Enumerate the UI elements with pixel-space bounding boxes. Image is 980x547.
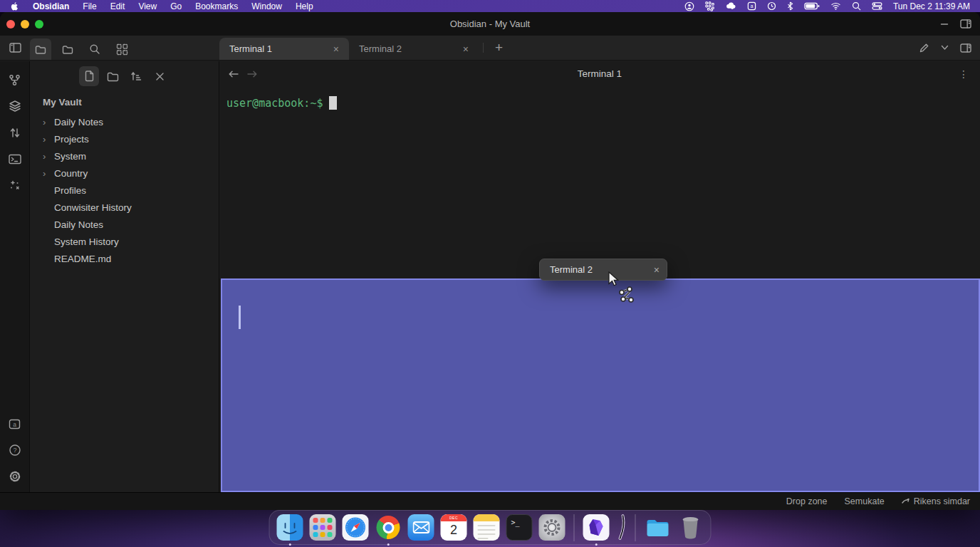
control-center-icon[interactable] bbox=[872, 2, 882, 10]
chevron-right-icon: › bbox=[43, 134, 54, 145]
explorer-folder-projects[interactable]: › Projects bbox=[30, 130, 219, 147]
more-options-icon[interactable]: ⋮ bbox=[956, 68, 971, 80]
search-tab-icon[interactable] bbox=[84, 38, 105, 60]
graph-view-icon[interactable] bbox=[6, 71, 24, 88]
title-bar[interactable]: Obsidian - My Vault bbox=[0, 12, 980, 36]
dock: DEC 2 >_ bbox=[269, 510, 711, 545]
dock-terminal-icon[interactable]: >_ bbox=[506, 514, 533, 541]
dock-finder-icon[interactable] bbox=[277, 514, 303, 541]
tab-terminal-1[interactable]: Terminal 1 × bbox=[219, 38, 349, 60]
terminal-plugin-icon[interactable] bbox=[6, 150, 24, 167]
collapse-all-icon[interactable] bbox=[150, 66, 170, 86]
files-tab-icon[interactable] bbox=[30, 38, 51, 60]
layers-icon[interactable] bbox=[6, 98, 24, 115]
explorer-file-system-history[interactable]: System History bbox=[30, 233, 219, 250]
wifi-icon[interactable] bbox=[830, 2, 841, 10]
input-source-icon[interactable]: a bbox=[747, 1, 756, 11]
terminal-cursor bbox=[329, 96, 337, 110]
running-indicator bbox=[387, 543, 390, 546]
commands-tab-icon[interactable] bbox=[111, 38, 132, 60]
mouse-cursor-icon bbox=[608, 271, 622, 287]
terminal-prompt: user@macbook:~$ bbox=[226, 97, 323, 110]
svg-text:a: a bbox=[751, 4, 754, 9]
status-label: Semukate bbox=[845, 496, 885, 506]
back-icon[interactable] bbox=[228, 69, 239, 79]
menu-help[interactable]: Help bbox=[296, 1, 313, 11]
dock-calendar-icon[interactable]: DEC 2 bbox=[441, 514, 467, 541]
explorer-file-conwisiter-history[interactable]: Conwisiter History bbox=[30, 199, 219, 216]
terminal-output[interactable]: user@macbook:~$ bbox=[219, 86, 980, 110]
spotlight-search-icon[interactable] bbox=[852, 1, 861, 11]
file-label: Daily Notes bbox=[54, 219, 103, 230]
explorer-file-daily-notes[interactable]: Daily Notes bbox=[30, 216, 219, 233]
left-ribbon: a ? bbox=[0, 61, 30, 492]
menu-file[interactable]: File bbox=[83, 1, 96, 11]
new-tab-button[interactable]: + bbox=[488, 36, 510, 60]
dock-separator bbox=[574, 514, 575, 541]
ghost-tab-close-icon[interactable]: × bbox=[654, 264, 660, 276]
folder-label: System bbox=[54, 151, 86, 162]
settings-gear-icon[interactable] bbox=[6, 468, 24, 485]
dock-chrome-icon[interactable] bbox=[375, 514, 402, 541]
layout-panels-icon[interactable] bbox=[960, 19, 971, 28]
time-machine-icon[interactable] bbox=[767, 1, 776, 11]
ghost-tab-label: Terminal 2 bbox=[550, 264, 593, 275]
explorer-file-readme[interactable]: README.md bbox=[30, 250, 219, 267]
dock-mail-icon[interactable] bbox=[408, 514, 434, 541]
explorer-file-profiles[interactable]: Profiles bbox=[30, 182, 219, 199]
user-account-icon[interactable] bbox=[684, 1, 694, 11]
close-window-button[interactable] bbox=[6, 20, 15, 28]
new-folder-icon[interactable] bbox=[103, 66, 123, 86]
tab-label: Terminal 1 bbox=[229, 43, 272, 54]
folders-tab-icon[interactable] bbox=[57, 38, 78, 60]
right-sidebar-toggle-icon[interactable] bbox=[960, 43, 971, 53]
minimize-window-button[interactable] bbox=[21, 20, 29, 28]
left-sidebar-toggle-icon[interactable] bbox=[0, 43, 30, 53]
menu-go[interactable]: Go bbox=[170, 1, 182, 11]
apps-grid-icon[interactable] bbox=[705, 1, 715, 11]
menubar-clock[interactable]: Tun Dec 2 11:39 AM bbox=[893, 1, 970, 11]
new-note-icon[interactable] bbox=[79, 66, 99, 86]
dock-launchpad-icon[interactable] bbox=[310, 514, 336, 541]
menu-view[interactable]: View bbox=[138, 1, 157, 11]
help-icon[interactable]: ? bbox=[6, 442, 24, 459]
bluetooth-icon[interactable] bbox=[787, 1, 793, 11]
dock-trash-icon[interactable] bbox=[677, 514, 704, 541]
running-indicator bbox=[595, 543, 598, 546]
status-rikens-simdar[interactable]: Rikens simdar bbox=[902, 496, 970, 506]
status-semukate[interactable]: Semukate bbox=[845, 496, 885, 506]
status-bar: Drop zone Semukate Rikens simdar bbox=[0, 492, 980, 510]
dock-quill-icon[interactable] bbox=[616, 514, 627, 541]
explorer-folder-country[interactable]: › Country bbox=[30, 165, 219, 182]
menu-app-name[interactable]: Obsidian bbox=[33, 1, 69, 11]
calendar-day: 2 bbox=[441, 521, 467, 539]
explorer-folder-daily-notes[interactable]: › Daily Notes bbox=[30, 113, 219, 130]
minimize-icon[interactable] bbox=[940, 20, 949, 28]
tab-terminal-2[interactable]: Terminal 2 × bbox=[349, 38, 479, 60]
zoom-window-button[interactable] bbox=[35, 20, 43, 28]
drop-zone[interactable] bbox=[221, 278, 980, 492]
sparkle-dots-icon[interactable] bbox=[6, 177, 24, 194]
battery-icon bbox=[804, 2, 820, 10]
tab-close-icon[interactable]: × bbox=[330, 43, 342, 56]
menu-edit[interactable]: Edit bbox=[110, 1, 125, 11]
dock-system-settings-icon[interactable] bbox=[539, 514, 565, 541]
switcher-arrows-icon[interactable] bbox=[6, 124, 24, 141]
edit-mode-icon[interactable] bbox=[919, 43, 929, 53]
window-title: Obsidian - My Vault bbox=[0, 19, 980, 29]
forward-icon[interactable] bbox=[246, 69, 258, 79]
dock-notes-icon[interactable] bbox=[474, 514, 500, 541]
dock-safari-icon[interactable] bbox=[343, 514, 369, 541]
sort-order-icon[interactable] bbox=[126, 66, 146, 86]
menu-window[interactable]: Window bbox=[251, 1, 282, 11]
chevron-down-icon[interactable] bbox=[941, 45, 949, 51]
cloud-sync-icon[interactable] bbox=[726, 1, 736, 11]
dock-downloads-folder-icon[interactable] bbox=[645, 514, 671, 541]
dragged-tab-ghost[interactable]: Terminal 2 × bbox=[539, 259, 667, 281]
menu-bookmarks[interactable]: Bookmarks bbox=[195, 1, 238, 11]
explorer-folder-system[interactable]: › System bbox=[30, 147, 219, 165]
vault-switcher-icon[interactable]: a bbox=[6, 415, 24, 432]
tab-close-icon[interactable]: × bbox=[460, 43, 471, 56]
apple-menu-icon[interactable] bbox=[10, 1, 19, 11]
dock-obsidian-icon[interactable] bbox=[583, 514, 610, 541]
